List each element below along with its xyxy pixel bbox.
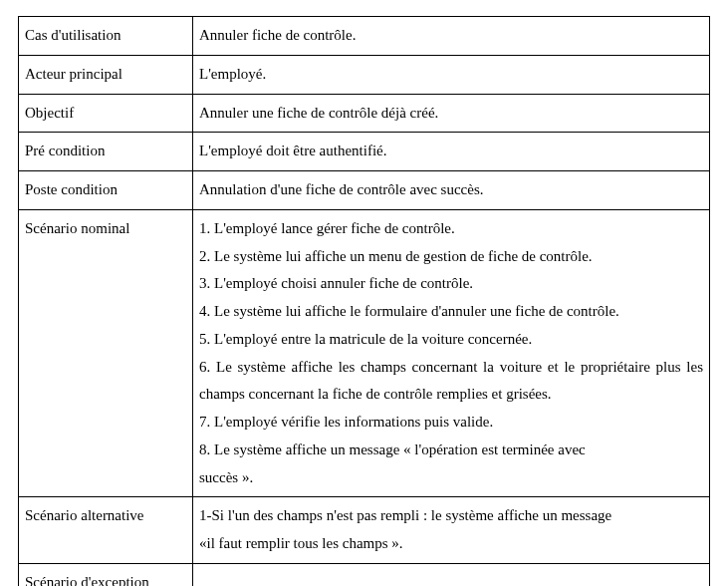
row-use-case-value: Annuler fiche de contrôle. [193, 17, 710, 56]
row-objective-label: Objectif [19, 94, 193, 133]
row-postcondition-label: Poste condition [19, 171, 193, 210]
table-row: Poste condition Annulation d'une fiche d… [19, 171, 710, 210]
row-alternative-value: 1-Si l'un des champs n'est pas rempli : … [193, 497, 710, 564]
table-row: Scénario alternative 1-Si l'un des champ… [19, 497, 710, 564]
row-actor-value: L'employé. [193, 55, 710, 94]
alternative-line-1: 1-Si l'un des champs n'est pas rempli : … [199, 502, 703, 530]
row-alternative-label: Scénario alternative [19, 497, 193, 564]
list-item: 6. Le système affiche les champs concern… [199, 354, 703, 410]
table-row: Acteur principal L'employé. [19, 55, 710, 94]
list-item: 7. L'employé vérifie les informations pu… [199, 409, 703, 437]
list-item: 5. L'employé entre la matricule de la vo… [199, 326, 703, 354]
list-item: 1. L'employé lance gérer fiche de contrô… [199, 215, 703, 243]
row-precondition-value: L'employé doit être authentifié. [193, 133, 710, 171]
row-exception-label: Scénario d'exception [19, 563, 193, 586]
page: Cas d'utilisation Annuler fiche de contr… [0, 0, 728, 586]
table-row: Cas d'utilisation Annuler fiche de contr… [19, 17, 710, 56]
list-item: succès ». [199, 464, 703, 492]
table-row: Pré condition L'employé doit être authen… [19, 133, 710, 171]
table-row: Scénario d'exception [19, 563, 710, 586]
row-use-case-label: Cas d'utilisation [19, 17, 193, 56]
table-row: Objectif Annuler une fiche de contrôle d… [19, 94, 710, 133]
table-row: Scénario nominal 1. L'employé lance gére… [19, 209, 710, 497]
nominal-steps-list: 1. L'employé lance gérer fiche de contrô… [199, 215, 703, 492]
row-actor-label: Acteur principal [19, 55, 193, 94]
alternative-line-2: «il faut remplir tous les champs ». [199, 530, 703, 558]
row-precondition-label: Pré condition [19, 133, 193, 171]
row-nominal-value: 1. L'employé lance gérer fiche de contrô… [193, 209, 710, 497]
row-exception-value [193, 563, 710, 586]
list-item: 4. Le système lui affiche le formulaire … [199, 298, 703, 326]
row-postcondition-value: Annulation d'une fiche de contrôle avec … [193, 171, 710, 210]
list-item: 8. Le système affiche un message « l'opé… [199, 437, 703, 464]
row-objective-value: Annuler une fiche de contrôle déjà créé. [193, 94, 710, 133]
list-item: 3. L'employé choisi annuler fiche de con… [199, 270, 703, 298]
use-case-table: Cas d'utilisation Annuler fiche de contr… [18, 16, 710, 586]
list-item: 2. Le système lui affiche un menu de ges… [199, 243, 703, 271]
row-nominal-label: Scénario nominal [19, 209, 193, 497]
